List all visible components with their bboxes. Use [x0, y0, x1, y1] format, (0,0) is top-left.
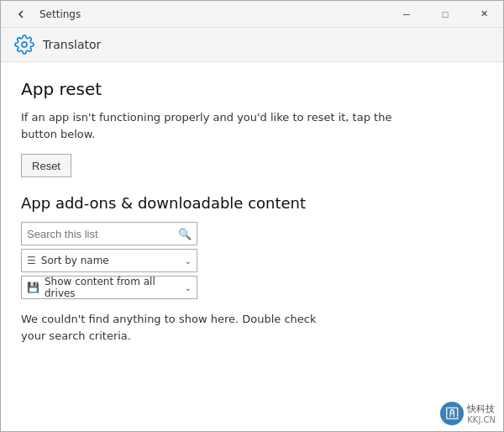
sort-label: Sort by name: [41, 255, 109, 266]
sort-icon: ☰: [27, 255, 36, 266]
show-content-dropdown[interactable]: 💾 Show content from all drives ⌄: [21, 276, 197, 299]
maximize-button[interactable]: □: [426, 1, 465, 28]
search-input[interactable]: [27, 228, 178, 240]
empty-message: We couldn't find anything to show here. …: [21, 311, 340, 344]
watermark-logo: 🇦: [440, 402, 464, 425]
app-reset-section: App reset If an app isn't functioning pr…: [21, 79, 483, 177]
drive-icon: 💾: [27, 282, 39, 293]
show-content-chevron-icon: ⌄: [185, 283, 192, 292]
title-bar-left: Settings: [9, 3, 81, 26]
app-name: Translator: [43, 38, 101, 51]
app-reset-description: If an app isn't functioning properly and…: [21, 109, 424, 142]
window-controls: ─ □ ✕: [387, 1, 503, 28]
close-button[interactable]: ✕: [465, 1, 503, 28]
gear-icon: [14, 34, 34, 55]
window-title: Settings: [39, 8, 81, 20]
app-header: Translator: [1, 28, 503, 62]
reset-button[interactable]: Reset: [21, 154, 71, 177]
minimize-button[interactable]: ─: [387, 1, 426, 28]
search-box[interactable]: 🔍: [21, 222, 197, 245]
watermark: 🇦 快科技 KKJ.CN: [440, 402, 496, 425]
sort-dropdown[interactable]: ☰ Sort by name ⌄: [21, 249, 197, 272]
watermark-subtext: KKJ.CN: [467, 415, 496, 424]
content-area: App reset If an app isn't functioning pr…: [1, 62, 503, 361]
sort-chevron-icon: ⌄: [185, 256, 192, 266]
title-bar: Settings ─ □ ✕: [1, 1, 503, 28]
show-content-label: Show content from all drives: [45, 276, 185, 299]
search-icon: 🔍: [178, 228, 192, 240]
watermark-text: 快科技: [467, 403, 496, 415]
app-reset-title: App reset: [21, 79, 483, 99]
app-addons-title: App add-ons & downloadable content: [21, 194, 483, 212]
back-button[interactable]: [9, 3, 33, 26]
app-addons-section: App add-ons & downloadable content 🔍 ☰ S…: [21, 194, 483, 344]
controls-area: 🔍 ☰ Sort by name ⌄ 💾 Show content from a…: [21, 222, 197, 299]
